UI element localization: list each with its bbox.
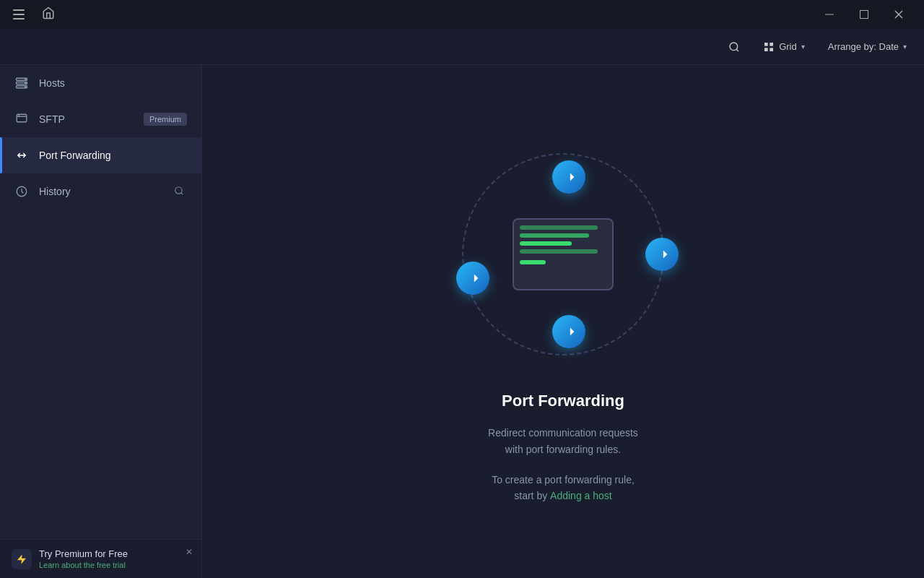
sidebar-item-port-forwarding[interactable]: Port Forwarding xyxy=(0,137,201,173)
arrange-button[interactable]: Arrange by: Date ▾ xyxy=(822,38,912,55)
arrange-chevron: ▾ xyxy=(903,43,907,51)
premium-banner: Try Premium for Free Learn about the fre… xyxy=(0,539,201,578)
port-forwarding-label: Port Forwarding xyxy=(39,150,111,161)
premium-text: Try Premium for Free Learn about the fre… xyxy=(39,548,128,569)
menu-button[interactable] xyxy=(9,5,29,24)
svg-marker-22 xyxy=(17,554,26,564)
monitor-line-1 xyxy=(520,225,598,230)
arrow-button-right xyxy=(645,238,679,271)
svg-line-21 xyxy=(181,192,183,194)
sidebar: Hosts SFTP Premium Port Forwardin xyxy=(0,65,202,578)
maximize-button[interactable] xyxy=(847,0,881,29)
arrow-button-left xyxy=(456,262,489,295)
sftp-label: SFTP xyxy=(39,113,65,125)
add-host-link[interactable]: Adding a host xyxy=(550,490,612,501)
toolbar-right: Grid ▾ Arrange by: Date ▾ xyxy=(723,38,912,56)
monitor-display xyxy=(513,218,614,290)
main-content: Port Forwarding Redirect communication r… xyxy=(202,65,924,578)
arrow-button-bottom xyxy=(552,315,585,348)
svg-rect-7 xyxy=(770,43,773,46)
minimize-button[interactable] xyxy=(813,0,846,29)
sidebar-bottom: Try Premium for Free Learn about the fre… xyxy=(0,539,201,578)
main-layout: Hosts SFTP Premium Port Forwardin xyxy=(0,65,924,578)
premium-title: Try Premium for Free xyxy=(39,548,128,559)
svg-rect-6 xyxy=(764,43,768,46)
sidebar-item-sftp[interactable]: SFTP Premium xyxy=(0,101,201,137)
history-search-button[interactable] xyxy=(171,183,187,201)
grid-label: Grid xyxy=(779,41,797,52)
svg-rect-8 xyxy=(764,48,768,51)
search-button[interactable] xyxy=(723,38,746,56)
titlebar xyxy=(0,0,924,29)
monitor-line-4 xyxy=(520,249,598,254)
premium-lightning-icon xyxy=(12,549,32,569)
grid-chevron: ▾ xyxy=(801,43,805,51)
svg-point-4 xyxy=(730,43,738,51)
sidebar-item-history[interactable]: History xyxy=(0,173,201,210)
svg-rect-1 xyxy=(860,11,868,19)
svg-point-15 xyxy=(25,87,26,87)
grid-view-button[interactable]: Grid ▾ xyxy=(757,38,811,56)
monitor-line-2 xyxy=(520,233,589,238)
window-controls xyxy=(813,0,915,29)
history-label: History xyxy=(39,186,71,197)
sftp-icon xyxy=(14,112,29,126)
premium-badge: Premium xyxy=(144,113,187,126)
hosts-icon xyxy=(14,76,29,90)
hero-section: Port Forwarding Redirect communication r… xyxy=(426,139,700,504)
premium-banner-close[interactable]: ✕ xyxy=(183,545,196,558)
svg-line-5 xyxy=(736,49,738,51)
svg-rect-9 xyxy=(770,48,773,51)
svg-point-14 xyxy=(25,82,26,83)
svg-rect-16 xyxy=(17,114,27,122)
port-forwarding-icon xyxy=(14,148,29,163)
toolbar: Grid ▾ Arrange by: Date ▾ xyxy=(0,29,924,65)
titlebar-left xyxy=(9,4,61,25)
hero-description: Redirect communication requestswith port… xyxy=(488,425,638,457)
home-button[interactable] xyxy=(36,4,61,25)
svg-point-20 xyxy=(175,186,182,193)
hero-title: Port Forwarding xyxy=(502,392,624,410)
arrow-button-top xyxy=(552,160,585,194)
svg-point-13 xyxy=(25,79,26,79)
arrange-label: Arrange by: Date xyxy=(828,41,899,52)
close-button[interactable] xyxy=(882,0,915,29)
sidebar-item-hosts[interactable]: Hosts xyxy=(0,65,201,101)
monitor-line-3 xyxy=(520,241,572,246)
illustration xyxy=(426,139,700,370)
monitor-line-5 xyxy=(520,260,546,264)
hosts-label: Hosts xyxy=(39,77,65,89)
svg-rect-0 xyxy=(825,14,834,15)
history-icon xyxy=(14,184,29,199)
premium-link[interactable]: Learn about the free trial xyxy=(39,561,128,569)
hero-cta: To create a port forwarding rule, start … xyxy=(492,472,635,504)
